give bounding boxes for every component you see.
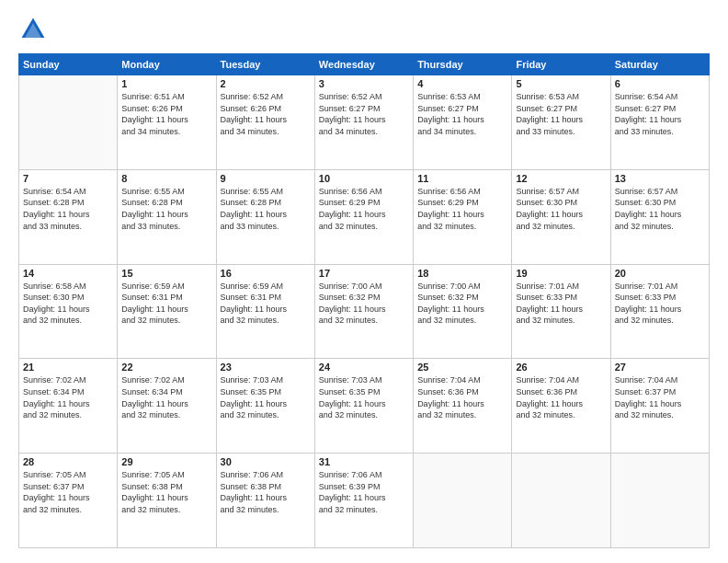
day-number: 27 bbox=[615, 362, 705, 373]
day-number: 1 bbox=[121, 78, 211, 89]
day-info: Sunrise: 7:00 AMSunset: 6:32 PMDaylight:… bbox=[319, 281, 409, 327]
day-number: 11 bbox=[417, 173, 507, 184]
day-info: Sunrise: 6:57 AMSunset: 6:30 PMDaylight:… bbox=[516, 186, 606, 232]
calendar-cell: 13Sunrise: 6:57 AMSunset: 6:30 PMDayligh… bbox=[610, 169, 709, 264]
calendar-cell: 18Sunrise: 7:00 AMSunset: 6:32 PMDayligh… bbox=[414, 264, 512, 359]
calendar-cell: 21Sunrise: 7:02 AMSunset: 6:34 PMDayligh… bbox=[19, 359, 118, 454]
logo bbox=[18, 15, 51, 44]
day-number: 16 bbox=[221, 268, 311, 279]
day-info: Sunrise: 6:52 AMSunset: 6:27 PMDaylight:… bbox=[319, 91, 409, 137]
day-info: Sunrise: 6:54 AMSunset: 6:28 PMDaylight:… bbox=[23, 186, 113, 232]
day-info: Sunrise: 7:06 AMSunset: 6:39 PMDaylight:… bbox=[319, 469, 409, 515]
calendar-body: 1Sunrise: 6:51 AMSunset: 6:26 PMDaylight… bbox=[19, 75, 710, 548]
calendar-cell: 2Sunrise: 6:52 AMSunset: 6:26 PMDaylight… bbox=[216, 75, 314, 170]
day-info: Sunrise: 7:02 AMSunset: 6:34 PMDaylight:… bbox=[23, 374, 113, 420]
day-info: Sunrise: 6:56 AMSunset: 6:29 PMDaylight:… bbox=[417, 186, 507, 232]
calendar-cell: 4Sunrise: 6:53 AMSunset: 6:27 PMDaylight… bbox=[414, 75, 512, 170]
calendar-cell: 27Sunrise: 7:04 AMSunset: 6:37 PMDayligh… bbox=[610, 359, 709, 454]
day-info: Sunrise: 7:02 AMSunset: 6:34 PMDaylight:… bbox=[121, 374, 211, 420]
day-number: 13 bbox=[615, 173, 705, 184]
calendar-cell: 14Sunrise: 6:58 AMSunset: 6:30 PMDayligh… bbox=[19, 264, 118, 359]
day-number: 20 bbox=[615, 268, 705, 279]
calendar-cell: 12Sunrise: 6:57 AMSunset: 6:30 PMDayligh… bbox=[512, 169, 610, 264]
day-number: 4 bbox=[417, 78, 507, 89]
day-number: 9 bbox=[221, 173, 311, 184]
weekday-header-wednesday: Wednesday bbox=[314, 54, 413, 75]
calendar-cell bbox=[610, 454, 709, 548]
calendar-cell: 26Sunrise: 7:04 AMSunset: 6:36 PMDayligh… bbox=[512, 359, 610, 454]
day-info: Sunrise: 7:01 AMSunset: 6:33 PMDaylight:… bbox=[516, 281, 606, 327]
day-number: 12 bbox=[516, 173, 606, 184]
day-info: Sunrise: 6:55 AMSunset: 6:28 PMDaylight:… bbox=[121, 186, 211, 232]
calendar-cell: 30Sunrise: 7:06 AMSunset: 6:38 PMDayligh… bbox=[216, 454, 314, 548]
weekday-header-tuesday: Tuesday bbox=[216, 54, 314, 75]
calendar-cell: 15Sunrise: 6:59 AMSunset: 6:31 PMDayligh… bbox=[118, 264, 216, 359]
calendar-week-row: 1Sunrise: 6:51 AMSunset: 6:26 PMDaylight… bbox=[19, 75, 710, 170]
day-info: Sunrise: 7:06 AMSunset: 6:38 PMDaylight:… bbox=[221, 469, 311, 515]
day-number: 23 bbox=[221, 362, 311, 373]
calendar-cell: 7Sunrise: 6:54 AMSunset: 6:28 PMDaylight… bbox=[19, 169, 118, 264]
day-number: 15 bbox=[121, 268, 211, 279]
day-info: Sunrise: 7:05 AMSunset: 6:37 PMDaylight:… bbox=[23, 469, 113, 515]
day-number: 14 bbox=[23, 268, 113, 279]
day-info: Sunrise: 6:53 AMSunset: 6:27 PMDaylight:… bbox=[516, 91, 606, 137]
day-info: Sunrise: 7:00 AMSunset: 6:32 PMDaylight:… bbox=[417, 281, 507, 327]
day-number: 30 bbox=[221, 456, 311, 467]
day-info: Sunrise: 6:57 AMSunset: 6:30 PMDaylight:… bbox=[615, 186, 705, 232]
calendar-week-row: 14Sunrise: 6:58 AMSunset: 6:30 PMDayligh… bbox=[19, 264, 710, 359]
calendar-cell: 25Sunrise: 7:04 AMSunset: 6:36 PMDayligh… bbox=[414, 359, 512, 454]
calendar-cell bbox=[414, 454, 512, 548]
day-info: Sunrise: 6:52 AMSunset: 6:26 PMDaylight:… bbox=[221, 91, 311, 137]
day-number: 26 bbox=[516, 362, 606, 373]
calendar-cell bbox=[19, 75, 118, 170]
day-number: 17 bbox=[319, 268, 409, 279]
day-number: 24 bbox=[319, 362, 409, 373]
day-number: 29 bbox=[121, 456, 211, 467]
calendar-cell: 5Sunrise: 6:53 AMSunset: 6:27 PMDaylight… bbox=[512, 75, 610, 170]
calendar-cell: 23Sunrise: 7:03 AMSunset: 6:35 PMDayligh… bbox=[216, 359, 314, 454]
calendar-week-row: 7Sunrise: 6:54 AMSunset: 6:28 PMDaylight… bbox=[19, 169, 710, 264]
day-info: Sunrise: 6:59 AMSunset: 6:31 PMDaylight:… bbox=[221, 281, 311, 327]
calendar-table: SundayMondayTuesdayWednesdayThursdayFrid… bbox=[18, 53, 710, 548]
weekday-header-monday: Monday bbox=[118, 54, 216, 75]
day-info: Sunrise: 7:04 AMSunset: 6:36 PMDaylight:… bbox=[417, 374, 507, 420]
header bbox=[18, 15, 710, 44]
day-number: 28 bbox=[23, 456, 113, 467]
calendar-cell: 10Sunrise: 6:56 AMSunset: 6:29 PMDayligh… bbox=[314, 169, 413, 264]
weekday-header-friday: Friday bbox=[512, 54, 610, 75]
day-number: 3 bbox=[319, 78, 409, 89]
day-number: 10 bbox=[319, 173, 409, 184]
logo-icon bbox=[18, 15, 48, 44]
calendar-cell: 1Sunrise: 6:51 AMSunset: 6:26 PMDaylight… bbox=[118, 75, 216, 170]
calendar-cell: 24Sunrise: 7:03 AMSunset: 6:35 PMDayligh… bbox=[314, 359, 413, 454]
calendar-header: SundayMondayTuesdayWednesdayThursdayFrid… bbox=[19, 54, 710, 75]
calendar-cell: 17Sunrise: 7:00 AMSunset: 6:32 PMDayligh… bbox=[314, 264, 413, 359]
day-number: 8 bbox=[121, 173, 211, 184]
calendar-week-row: 28Sunrise: 7:05 AMSunset: 6:37 PMDayligh… bbox=[19, 454, 710, 548]
day-info: Sunrise: 6:54 AMSunset: 6:27 PMDaylight:… bbox=[615, 91, 705, 137]
day-info: Sunrise: 7:04 AMSunset: 6:36 PMDaylight:… bbox=[516, 374, 606, 420]
day-number: 2 bbox=[221, 78, 311, 89]
day-info: Sunrise: 6:53 AMSunset: 6:27 PMDaylight:… bbox=[417, 91, 507, 137]
day-info: Sunrise: 7:03 AMSunset: 6:35 PMDaylight:… bbox=[221, 374, 311, 420]
calendar-cell: 19Sunrise: 7:01 AMSunset: 6:33 PMDayligh… bbox=[512, 264, 610, 359]
calendar-cell: 28Sunrise: 7:05 AMSunset: 6:37 PMDayligh… bbox=[19, 454, 118, 548]
calendar-cell: 16Sunrise: 6:59 AMSunset: 6:31 PMDayligh… bbox=[216, 264, 314, 359]
weekday-header-saturday: Saturday bbox=[610, 54, 709, 75]
day-number: 22 bbox=[121, 362, 211, 373]
day-info: Sunrise: 7:01 AMSunset: 6:33 PMDaylight:… bbox=[615, 281, 705, 327]
calendar-cell: 6Sunrise: 6:54 AMSunset: 6:27 PMDaylight… bbox=[610, 75, 709, 170]
day-number: 25 bbox=[417, 362, 507, 373]
day-info: Sunrise: 6:58 AMSunset: 6:30 PMDaylight:… bbox=[23, 281, 113, 327]
page: SundayMondayTuesdayWednesdayThursdayFrid… bbox=[0, 0, 728, 563]
day-number: 7 bbox=[23, 173, 113, 184]
day-number: 18 bbox=[417, 268, 507, 279]
calendar-cell: 22Sunrise: 7:02 AMSunset: 6:34 PMDayligh… bbox=[118, 359, 216, 454]
calendar-cell: 20Sunrise: 7:01 AMSunset: 6:33 PMDayligh… bbox=[610, 264, 709, 359]
day-info: Sunrise: 6:51 AMSunset: 6:26 PMDaylight:… bbox=[121, 91, 211, 137]
calendar-cell: 29Sunrise: 7:05 AMSunset: 6:38 PMDayligh… bbox=[118, 454, 216, 548]
weekday-header-thursday: Thursday bbox=[414, 54, 512, 75]
day-info: Sunrise: 7:04 AMSunset: 6:37 PMDaylight:… bbox=[615, 374, 705, 420]
day-info: Sunrise: 7:03 AMSunset: 6:35 PMDaylight:… bbox=[319, 374, 409, 420]
day-info: Sunrise: 7:05 AMSunset: 6:38 PMDaylight:… bbox=[121, 469, 211, 515]
